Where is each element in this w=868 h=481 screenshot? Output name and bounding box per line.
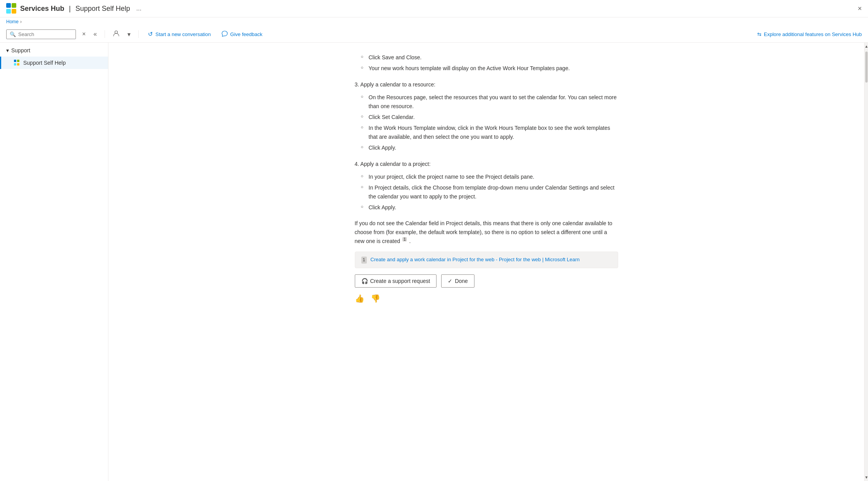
- footnote-period: .: [409, 238, 411, 244]
- step3-bullet-4: Click Apply.: [361, 142, 618, 153]
- support-self-help-icon: [14, 60, 20, 66]
- headset-icon: 🎧: [361, 278, 368, 284]
- footnote-number: 1: [361, 257, 367, 264]
- app-logo: [6, 3, 17, 14]
- search-input[interactable]: [18, 31, 69, 37]
- step3-header: 3. Apply a calendar to a resource:: [355, 80, 618, 89]
- step2-bullet-2: Your new work hours template will displa…: [361, 63, 618, 74]
- refresh-icon: ↺: [148, 31, 153, 38]
- main-content: Click Save and Close. Your new work hour…: [108, 43, 864, 481]
- explore-link-area[interactable]: ⇆ Explore additional features on Service…: [757, 31, 862, 37]
- chevron-down-icon: ▾: [6, 47, 9, 53]
- step3-bullet-3: In the Work Hours Template window, click…: [361, 122, 618, 142]
- step4-bullet-2: In Project details, click the Choose fro…: [361, 182, 618, 202]
- feedback-icon: [222, 31, 228, 38]
- dropdown-icon-button[interactable]: ▾: [126, 29, 132, 40]
- content-body: Click Save and Close. Your new work hour…: [355, 52, 618, 303]
- breadcrumb-home[interactable]: Home: [6, 19, 19, 24]
- thumbs-down-button[interactable]: 👎: [371, 294, 380, 303]
- done-button[interactable]: ✓ Done: [441, 274, 474, 288]
- app-subtitle: Support Self Help: [76, 5, 130, 13]
- sidebar-item-support-self-help[interactable]: Support Self Help: [0, 57, 108, 69]
- scrollbar-thumb-area: [865, 50, 868, 474]
- breadcrumb-chevron: ›: [20, 19, 22, 24]
- give-feedback-label: Give feedback: [230, 31, 262, 37]
- sidebar-group-support: ▾ Support Support Self Help: [0, 43, 108, 71]
- footnote-superscript: 1: [402, 237, 407, 241]
- app-name: Services Hub: [20, 5, 64, 13]
- start-conversation-button[interactable]: ↺ Start a new conversation: [145, 29, 214, 39]
- step2-bullet-list: Click Save and Close. Your new work hour…: [355, 52, 618, 74]
- sidebar-group-label: Support: [11, 47, 30, 53]
- give-feedback-button[interactable]: Give feedback: [218, 29, 265, 40]
- info-text: If you do not see the Calendar field in …: [355, 220, 612, 244]
- step3-bullet-1: On the Resources page, select the resour…: [361, 92, 618, 112]
- footnote-link[interactable]: Create and apply a work calendar in Proj…: [370, 257, 579, 262]
- explore-label: Explore additional features on Services …: [764, 31, 862, 37]
- explore-icon: ⇆: [757, 31, 761, 37]
- feedback-icons-row: 👍 👎: [355, 294, 618, 303]
- title-left: Services Hub | Support Self Help ...: [6, 3, 141, 14]
- search-icon: 🔍: [10, 31, 16, 37]
- start-conversation-label: Start a new conversation: [155, 31, 211, 37]
- scrollbar-down-button[interactable]: ▼: [865, 474, 868, 481]
- scrollbar-up-button[interactable]: ▲: [865, 43, 868, 50]
- person-icon: [113, 30, 120, 37]
- scrollbar-thumb[interactable]: [865, 52, 868, 83]
- sidebar-group-header[interactable]: ▾ Support: [0, 44, 108, 57]
- toolbar-separator: [105, 30, 105, 38]
- step4-bullet-list: In your project, click the project name …: [355, 171, 618, 213]
- step3-bullet-list: On the Resources page, select the resour…: [355, 92, 618, 153]
- search-box: 🔍: [6, 29, 76, 39]
- title-bar: Services Hub | Support Self Help ... ×: [0, 0, 868, 17]
- step2-bullet-1: Click Save and Close.: [361, 52, 618, 63]
- breadcrumb: Home ›: [0, 17, 868, 26]
- back-icon-button[interactable]: «: [92, 29, 98, 39]
- footnote-box: 1 Create and apply a work calendar in Pr…: [355, 252, 618, 268]
- sidebar: ▾ Support Support Self Help: [0, 43, 108, 481]
- create-support-label: Create a support request: [370, 278, 430, 284]
- step3-bullet-2: Click Set Calendar.: [361, 112, 618, 122]
- checkmark-icon: ✓: [448, 278, 452, 284]
- thumbs-up-icon: 👍: [355, 294, 364, 303]
- info-paragraph: If you do not see the Calendar field in …: [355, 219, 618, 245]
- sidebar-item-label: Support Self Help: [23, 60, 66, 66]
- main-layout: ▾ Support Support Self Help Click Save a…: [0, 43, 868, 481]
- action-buttons: 🎧 Create a support request ✓ Done: [355, 274, 618, 288]
- create-support-request-button[interactable]: 🎧 Create a support request: [355, 274, 437, 288]
- close-button[interactable]: ×: [858, 5, 862, 13]
- toolbar-separator-2: [138, 30, 139, 38]
- thumbs-down-icon: 👎: [371, 294, 380, 303]
- clear-button[interactable]: ×: [81, 29, 87, 39]
- toolbar: 🔍 × « ▾ ↺ Start a new conversation Give …: [0, 26, 868, 43]
- person-icon-button[interactable]: [111, 28, 121, 40]
- step4-bullet-3: Click Apply.: [361, 202, 618, 213]
- right-scrollbar: ▲ ▼: [864, 43, 868, 481]
- title-divider: |: [69, 5, 71, 13]
- more-options-icon[interactable]: ...: [136, 5, 141, 12]
- thumbs-up-button[interactable]: 👍: [355, 294, 364, 303]
- step4-header: 4. Apply a calendar to a project:: [355, 160, 618, 168]
- done-label: Done: [455, 278, 468, 284]
- step4-bullet-1: In your project, click the project name …: [361, 171, 618, 182]
